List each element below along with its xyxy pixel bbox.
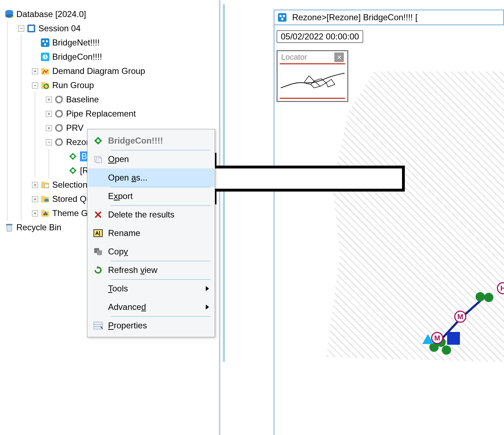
tree-label: BridgeNet!!!! <box>52 38 100 48</box>
expand-icon[interactable]: + <box>32 182 38 188</box>
geoplan-canvas[interactable]: 05/02/2022 00:00:00 Locator ✕ <box>274 25 504 435</box>
tree-item-bridgecon[interactable]: BridgeCon!!!! <box>32 50 219 64</box>
run-icon <box>54 123 64 133</box>
context-menu-title: BridgeCon!!!! <box>88 131 214 150</box>
demand-group-icon <box>40 66 50 76</box>
tree-item-run-group[interactable]: − Run Group <box>32 78 219 92</box>
svg-point-29 <box>71 169 74 172</box>
svg-rect-18 <box>41 68 45 70</box>
svg-rect-43 <box>6 224 12 225</box>
panel-divider[interactable] <box>223 4 225 362</box>
svg-rect-36 <box>44 200 49 202</box>
locator-panel: Locator ✕ <box>277 50 348 102</box>
svg-rect-34 <box>41 196 45 198</box>
recycle-bin-icon <box>4 222 14 232</box>
menu-item-open-as[interactable]: Open as... <box>88 168 214 187</box>
svg-rect-38 <box>41 210 45 212</box>
reservoir-icon[interactable] <box>447 332 460 345</box>
folder-db-icon <box>40 194 50 204</box>
network-objects[interactable]: H M M <box>387 275 504 364</box>
svg-rect-0 <box>278 13 286 22</box>
run-icon <box>54 109 64 119</box>
delete-icon <box>88 211 108 219</box>
svg-rect-10 <box>29 26 34 31</box>
open-icon <box>88 155 108 163</box>
locator-minimap[interactable] <box>280 63 345 99</box>
tree-label: BridgeCon!!!! <box>52 52 102 62</box>
svg-rect-51 <box>97 250 102 255</box>
simulation-timestamp[interactable]: 05/02/2022 00:00:00 <box>277 30 363 43</box>
menu-item-refresh-view[interactable]: Refresh view <box>88 261 214 279</box>
svg-rect-47 <box>96 158 102 163</box>
tree-label: Run Group <box>52 80 94 90</box>
refresh-icon <box>88 266 108 274</box>
svg-rect-53 <box>94 322 102 329</box>
menu-item-open[interactable]: Open <box>88 150 214 168</box>
tree-label: Session 04 <box>38 23 81 33</box>
svg-rect-31 <box>41 182 45 184</box>
database-icon <box>4 9 14 19</box>
run-group-icon <box>40 80 50 90</box>
svg-point-41 <box>44 212 47 214</box>
sim-icon <box>68 166 78 176</box>
rename-icon: A| <box>88 229 108 237</box>
menu-item-copy[interactable]: Copy <box>88 242 214 261</box>
menu-item-export[interactable]: Export <box>88 187 214 205</box>
locator-title: Locator <box>281 53 307 62</box>
expand-icon[interactable]: + <box>46 97 52 103</box>
control-icon <box>40 52 50 62</box>
expand-icon[interactable]: + <box>46 111 52 117</box>
folder-icon <box>40 180 50 190</box>
svg-point-27 <box>71 155 74 158</box>
context-menu: BridgeCon!!!! Open Open as... Export Del… <box>87 129 215 337</box>
pump-icon[interactable] <box>422 334 434 344</box>
collapse-icon[interactable]: − <box>46 139 52 145</box>
tree-item-database[interactable]: Database [2024.0] <box>4 7 219 21</box>
tree-label: Database [2024.0] <box>16 9 86 19</box>
geoplan-titlebar[interactable]: Rezone>[Rezone] BridgeCon!!!! [ <box>274 10 504 25</box>
tree-label: Pipe Replacement <box>66 109 136 119</box>
tree-item-bridgenet[interactable]: BridgeNet!!!! <box>32 36 219 50</box>
sim-icon <box>88 136 108 145</box>
svg-rect-42 <box>7 225 12 231</box>
run-icon <box>54 137 64 147</box>
collapse-icon[interactable]: − <box>32 82 38 88</box>
network-icon <box>277 12 287 22</box>
geoplan-title: Rezone>[Rezone] BridgeCon!!!! [ <box>292 12 418 22</box>
network-icon <box>40 38 50 48</box>
svg-point-45 <box>97 139 100 142</box>
menu-item-tools[interactable]: Tools <box>88 279 214 298</box>
svg-rect-32 <box>44 184 49 188</box>
collapse-icon[interactable]: − <box>18 26 24 32</box>
menu-item-rename[interactable]: A| Rename <box>88 224 214 242</box>
tree-label: Recycle Bin <box>16 222 61 232</box>
expand-icon[interactable]: + <box>46 125 52 131</box>
svg-rect-20 <box>41 82 45 84</box>
close-icon[interactable]: ✕ <box>334 53 344 62</box>
copy-icon <box>88 247 108 256</box>
session-icon <box>26 23 36 33</box>
svg-point-13 <box>46 40 48 42</box>
tree-item-pipe-replacement[interactable]: + Pipe Replacement <box>46 107 219 121</box>
menu-item-delete-results[interactable]: Delete the results <box>88 205 214 224</box>
geoplan-view-window: Rezone>[Rezone] BridgeCon!!!! [ 05/02/20… <box>274 10 504 435</box>
expand-icon[interactable]: + <box>32 196 38 202</box>
tree-label: Demand Diagram Group <box>52 66 145 76</box>
run-icon <box>54 95 64 104</box>
m-node-icon[interactable]: M <box>454 311 466 323</box>
tree-label: Baseline <box>66 95 99 104</box>
properties-icon <box>88 322 108 329</box>
svg-point-12 <box>42 40 44 42</box>
tree-item-demand-group[interactable]: + Demand Diagram Group <box>32 64 219 78</box>
tree-item-baseline[interactable]: + Baseline <box>46 92 219 107</box>
tree-item-session[interactable]: − Session 04 <box>18 21 219 36</box>
svg-point-14 <box>44 43 46 45</box>
menu-item-advanced[interactable]: Advanced <box>88 298 214 316</box>
expand-icon[interactable]: + <box>32 68 38 74</box>
expand-icon[interactable]: + <box>32 210 38 216</box>
tree-label: PRV <box>66 123 84 133</box>
submenu-arrow-icon <box>206 286 209 291</box>
svg-rect-11 <box>41 38 49 47</box>
folder-theme-icon <box>40 208 50 218</box>
menu-item-properties[interactable]: Properties <box>88 316 214 335</box>
